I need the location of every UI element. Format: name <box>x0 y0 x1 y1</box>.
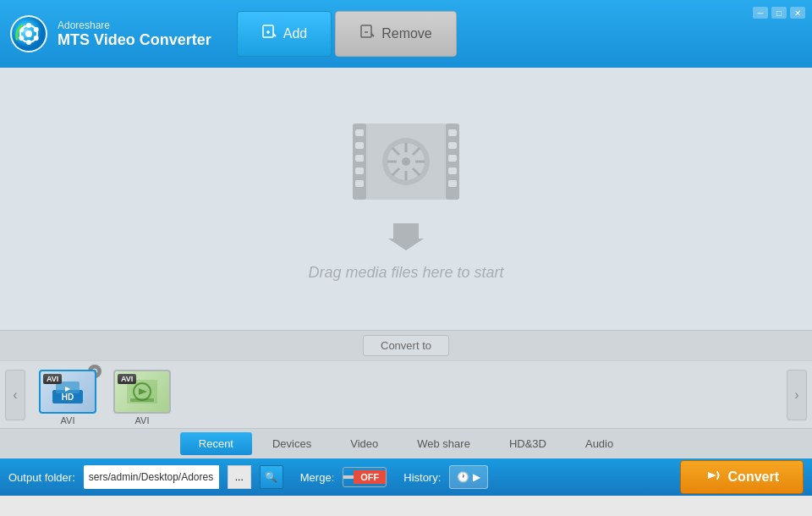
format-badge-avi2: AVI <box>118 374 136 384</box>
svg-point-9 <box>34 36 39 41</box>
add-icon <box>261 25 277 43</box>
format-label-avi2: AVI <box>135 415 150 425</box>
titlebar: Adoreshare MTS Video Converter Add <box>0 0 812 68</box>
svg-marker-41 <box>388 223 424 250</box>
output-folder-label: Output folder: <box>8 471 75 484</box>
svg-rect-26 <box>448 142 457 149</box>
svg-rect-20 <box>355 129 364 136</box>
minimize-button[interactable]: ─ <box>753 7 768 19</box>
format-label-avi1: AVI <box>61 415 75 425</box>
svg-rect-24 <box>355 180 364 187</box>
svg-point-8 <box>19 36 24 41</box>
window-controls: ─ □ ✕ <box>753 7 805 19</box>
svg-rect-28 <box>448 167 457 174</box>
svg-text:▶: ▶ <box>65 385 71 392</box>
merge-toggle[interactable]: OFF <box>343 467 387 487</box>
format-item-avi2[interactable]: AVI AVI <box>108 365 176 425</box>
clock-icon: 🕐 <box>457 471 469 483</box>
nav-left-arrow[interactable]: ‹ <box>5 370 25 420</box>
svg-text:HD: HD <box>62 392 74 402</box>
main-drop-area[interactable]: Drag media files here to start <box>0 68 812 330</box>
svg-point-3 <box>25 30 32 37</box>
svg-point-32 <box>402 157 410 166</box>
remove-label: Remove <box>381 26 432 41</box>
svg-rect-21 <box>355 142 364 149</box>
svg-rect-23 <box>355 167 364 174</box>
bottom-bar: Output folder: ... 🔍 Merge: OFF History:… <box>0 458 812 496</box>
tab-audio[interactable]: Audio <box>567 432 632 455</box>
svg-rect-14 <box>361 25 371 37</box>
format-item-avi1[interactable]: ⚙ AVI HD ▶ AVI <box>34 365 102 425</box>
history-arrow-icon: ▶ <box>473 471 480 483</box>
convert-label: Convert <box>728 469 779 485</box>
tab-webshare[interactable]: Web share <box>398 432 489 455</box>
film-strip-icon <box>343 117 469 213</box>
convert-to-label: Convert to <box>363 335 449 356</box>
format-thumb-avi1: AVI HD ▶ <box>39 370 96 414</box>
svg-rect-25 <box>448 129 457 136</box>
svg-point-5 <box>26 40 31 45</box>
toggle-off-label: OFF <box>354 470 386 484</box>
search-path-button[interactable]: 🔍 <box>260 465 283 489</box>
svg-rect-22 <box>355 155 364 162</box>
output-path-input[interactable] <box>84 465 219 489</box>
close-button[interactable]: ✕ <box>790 7 805 19</box>
svg-rect-27 <box>448 155 457 162</box>
svg-point-4 <box>26 23 31 28</box>
merge-label: Merge: <box>300 471 334 484</box>
history-label: History: <box>403 471 441 484</box>
svg-rect-29 <box>448 180 457 187</box>
tab-video[interactable]: Video <box>332 432 397 455</box>
app-logo <box>8 14 49 54</box>
format-tabs: Recent Devices Video Web share HD&3D Aud… <box>0 428 812 458</box>
browse-button[interactable]: ... <box>228 465 251 489</box>
remove-button[interactable]: Remove <box>335 11 457 57</box>
toolbar-buttons: Add Remove <box>237 11 457 57</box>
nav-right-arrow[interactable]: › <box>787 370 807 420</box>
history-button[interactable]: 🕐 ▶ <box>449 465 488 489</box>
toggle-on-label <box>343 475 354 479</box>
tab-hd3d[interactable]: HD&3D <box>491 432 565 455</box>
convert-to-bar: Convert to <box>0 330 812 360</box>
app-brand: Adoreshare <box>58 19 211 31</box>
drop-text: Drag media files here to start <box>308 264 503 282</box>
svg-point-7 <box>34 27 39 32</box>
remove-icon <box>359 25 375 43</box>
convert-button[interactable]: Convert <box>680 460 804 494</box>
tab-recent[interactable]: Recent <box>180 432 252 455</box>
format-strip: ‹ ⚙ AVI HD ▶ AVI AVI AVI › <box>0 360 812 428</box>
tab-devices[interactable]: Devices <box>254 432 330 455</box>
maximize-button[interactable]: □ <box>771 7 787 19</box>
add-label: Add <box>283 26 307 41</box>
drop-arrow-icon <box>388 223 424 254</box>
svg-rect-49 <box>130 398 154 402</box>
add-button[interactable]: Add <box>237 11 332 57</box>
search-icon: 🔍 <box>265 471 277 483</box>
app-title-block: Adoreshare MTS Video Converter <box>58 19 211 49</box>
format-thumb-avi2: AVI <box>113 370 171 414</box>
app-name: MTS Video Converter <box>58 31 211 49</box>
convert-icon <box>705 467 721 487</box>
format-badge-avi1: AVI <box>43 374 62 384</box>
